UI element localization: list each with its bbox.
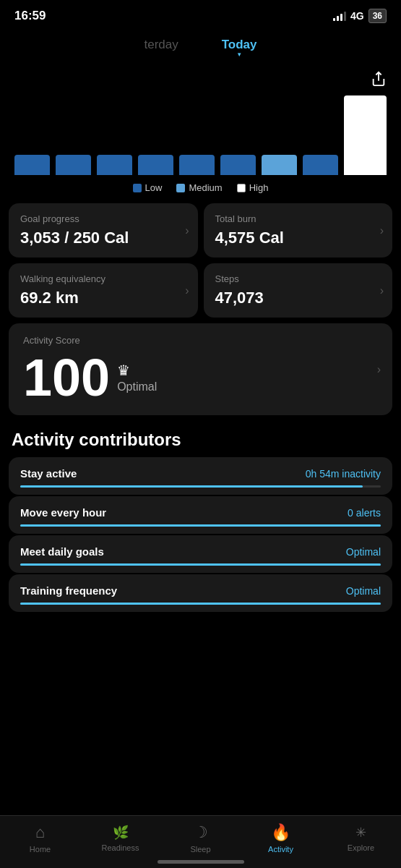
chart-bar-5 [179, 155, 215, 175]
steps-chevron: › [380, 284, 384, 297]
contributor-training-frequency[interactable]: Training frequency Optimal [9, 574, 392, 612]
goal-progress-label: Goal progress [20, 213, 186, 224]
chart-bar-1 [14, 155, 50, 175]
walking-equivalency-card[interactable]: Walking equivalency 69.2 km › [9, 263, 198, 318]
chart-bar-4 [138, 155, 173, 175]
signal-bar-2 [337, 16, 339, 21]
goal-progress-card[interactable]: Goal progress 3,053 / 250 Cal › [9, 203, 198, 258]
tab-yesterday[interactable]: terday [144, 38, 178, 52]
nav-sleep[interactable]: ☽ Sleep [179, 823, 223, 854]
contributors-title: Activity contributors [0, 415, 401, 457]
readiness-label: Readiness [102, 843, 139, 852]
contributor-name-2: Move every hour [20, 506, 106, 519]
readiness-icon: 🌿 [113, 825, 129, 841]
home-label: Home [30, 845, 51, 854]
chart-bar-6 [220, 155, 256, 175]
progress-bg-1 [20, 485, 381, 488]
activity-icon: 🔥 [271, 823, 290, 842]
tab-today[interactable]: Today [222, 38, 257, 52]
goal-progress-chevron: › [185, 224, 189, 237]
chart-area [7, 81, 394, 175]
total-burn-value: 4,575 Cal [215, 229, 381, 247]
chart-bar-8 [303, 155, 338, 175]
total-burn-chevron: › [380, 224, 384, 237]
contributor-value-3: Optimal [346, 546, 381, 558]
contributor-header-4: Training frequency Optimal [20, 584, 381, 597]
explore-label: Explore [348, 843, 374, 852]
stats-grid: Goal progress 3,053 / 250 Cal › Total bu… [9, 203, 392, 318]
status-right: 4G 36 [333, 9, 387, 23]
contributor-value-2: 0 alerts [348, 507, 381, 519]
contributor-list: Stay active 0h 54m inactivity Move every… [9, 457, 392, 612]
sleep-icon: ☽ [194, 823, 208, 842]
progress-fill-4 [20, 603, 381, 605]
contributor-move-every-hour[interactable]: Move every hour 0 alerts [9, 496, 392, 534]
crown-icon: ♛ [117, 362, 130, 379]
nav-explore[interactable]: ✳ Explore [340, 825, 383, 852]
walking-equiv-label: Walking equivalency [20, 273, 186, 284]
explore-icon: ✳ [355, 825, 366, 841]
activity-label: Activity [268, 845, 293, 854]
walking-equiv-value: 69.2 km [20, 289, 186, 307]
battery-icon: 36 [368, 9, 387, 23]
chart-bar-3 [97, 155, 132, 175]
legend-low-label: Low [145, 182, 163, 193]
score-chevron: › [377, 363, 381, 376]
status-bar: 16:59 4G 36 [0, 0, 401, 27]
progress-bg-3 [20, 563, 381, 566]
progress-fill-3 [20, 563, 381, 566]
activity-score-status: Optimal [117, 380, 157, 393]
walking-equiv-chevron: › [185, 284, 189, 297]
legend-medium-label: Medium [189, 182, 222, 193]
activity-score-card[interactable]: Activity Score 100 ♛ Optimal › [9, 323, 392, 415]
progress-bg-4 [20, 603, 381, 605]
nav-readiness[interactable]: 🌿 Readiness [99, 825, 142, 852]
total-burn-label: Total burn [215, 213, 381, 224]
nav-activity[interactable]: 🔥 Activity [259, 823, 303, 854]
activity-score-number: 100 [23, 352, 110, 404]
contributor-name-1: Stay active [20, 467, 77, 480]
legend-medium: Medium [176, 182, 222, 193]
chart-legend: Low Medium High [0, 175, 401, 197]
legend-dot-low [133, 184, 142, 192]
goal-progress-value: 3,053 / 250 Cal [20, 229, 186, 247]
legend-high: High [237, 182, 269, 193]
signal-bar-4 [344, 12, 346, 21]
total-burn-card[interactable]: Total burn 4,575 Cal › [204, 203, 393, 258]
score-badge: ♛ Optimal [117, 362, 157, 393]
time: 16:59 [14, 9, 46, 23]
legend-dot-medium [176, 184, 185, 192]
signal-bar-1 [333, 18, 335, 21]
progress-fill-1 [20, 485, 363, 488]
contributor-value-1: 0h 54m inactivity [306, 468, 381, 480]
contributor-header-3: Meet daily goals Optimal [20, 545, 381, 558]
contributor-name-4: Training frequency [20, 584, 117, 597]
network-label: 4G [350, 10, 364, 22]
steps-label: Steps [215, 273, 381, 284]
contributor-header-1: Stay active 0h 54m inactivity [20, 467, 381, 480]
contributor-meet-daily-goals[interactable]: Meet daily goals Optimal [9, 535, 392, 573]
activity-score-label: Activity Score [23, 335, 378, 346]
progress-bg-2 [20, 524, 381, 527]
steps-value: 47,073 [215, 289, 381, 307]
signal-bars [333, 11, 346, 21]
nav-tabs: terday Today [115, 32, 285, 55]
steps-card[interactable]: Steps 47,073 › [204, 263, 393, 318]
chart-bar-7 [262, 155, 297, 175]
contributor-header-2: Move every hour 0 alerts [20, 506, 381, 519]
score-value-row: 100 ♛ Optimal [23, 352, 378, 404]
nav-home[interactable]: ⌂ Home [19, 823, 62, 854]
contributor-value-4: Optimal [346, 585, 381, 597]
chart-bar-2 [56, 155, 91, 175]
home-indicator [158, 860, 244, 864]
progress-fill-2 [20, 524, 381, 527]
sleep-label: Sleep [190, 845, 210, 854]
home-icon: ⌂ [35, 823, 45, 842]
legend-dot-high [237, 184, 246, 192]
signal-bar-3 [340, 14, 342, 21]
legend-low: Low [133, 182, 163, 193]
legend-high-label: High [249, 182, 269, 193]
contributor-stay-active[interactable]: Stay active 0h 54m inactivity [9, 457, 392, 495]
chart-bar-today [344, 95, 387, 175]
contributor-name-3: Meet daily goals [20, 545, 104, 558]
